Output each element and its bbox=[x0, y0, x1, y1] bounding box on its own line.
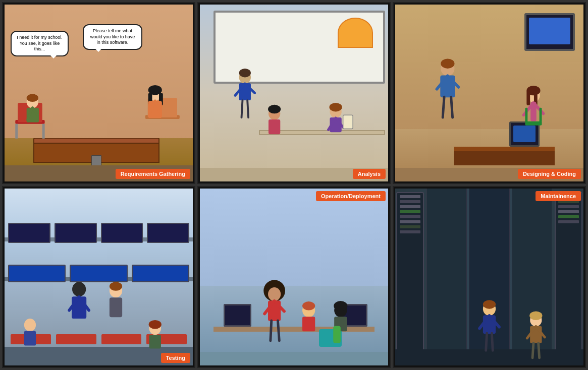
svg-point-64 bbox=[268, 287, 281, 301]
panel-4-characters bbox=[3, 187, 194, 367]
svg-point-26 bbox=[268, 105, 281, 113]
svg-rect-62 bbox=[149, 335, 161, 348]
svg-line-89 bbox=[532, 343, 533, 358]
svg-rect-33 bbox=[343, 115, 353, 129]
svg-point-74 bbox=[334, 301, 347, 311]
label-testing: Testing bbox=[161, 353, 190, 363]
svg-point-19 bbox=[239, 69, 251, 77]
svg-line-69 bbox=[278, 321, 279, 341]
panel-testing: Is it working on your side? This testing… bbox=[2, 186, 195, 368]
bubble-1-2: Please tell me what would you like to ha… bbox=[83, 24, 142, 50]
comic-grid: I need it for my school. You see, it goe… bbox=[0, 0, 588, 370]
panel-6-characters bbox=[394, 187, 585, 367]
svg-point-78 bbox=[483, 300, 496, 309]
svg-point-56 bbox=[110, 282, 122, 290]
svg-rect-76 bbox=[333, 326, 341, 343]
svg-point-85 bbox=[529, 312, 542, 320]
svg-rect-86 bbox=[530, 326, 542, 343]
bubble-1-1: I need it for my school. You see, it goe… bbox=[11, 31, 69, 56]
svg-rect-50 bbox=[540, 108, 542, 122]
label-designing-coding: Designing & Coding bbox=[518, 169, 581, 179]
svg-line-83 bbox=[492, 333, 493, 350]
svg-point-58 bbox=[24, 319, 36, 331]
svg-rect-59 bbox=[24, 331, 36, 345]
svg-rect-2 bbox=[15, 124, 18, 139]
panel-5-characters bbox=[198, 187, 390, 367]
label-maintenance: Maintainence bbox=[536, 191, 581, 201]
svg-point-71 bbox=[302, 301, 315, 310]
svg-point-51 bbox=[72, 282, 86, 296]
label-analysis: Analysis bbox=[353, 169, 386, 179]
svg-line-23 bbox=[242, 100, 243, 117]
svg-line-24 bbox=[247, 100, 248, 117]
svg-rect-27 bbox=[269, 119, 280, 134]
panel-designing-coding: Wanna go to lunch together? I'd love to,… bbox=[393, 2, 586, 184]
panel-requirements-gathering: I need it for my school. You see, it goe… bbox=[2, 2, 195, 184]
svg-rect-48 bbox=[525, 121, 542, 126]
svg-line-40 bbox=[451, 97, 453, 117]
svg-point-35 bbox=[441, 58, 454, 68]
panel-analysis: These are the things that the client sai… bbox=[197, 2, 391, 184]
panel-2-characters bbox=[198, 3, 390, 183]
svg-point-29 bbox=[329, 103, 342, 111]
svg-line-82 bbox=[486, 333, 487, 350]
panel-operation-deployment: Wanna check out the new application that… bbox=[197, 186, 391, 368]
svg-rect-43 bbox=[526, 91, 530, 105]
svg-rect-52 bbox=[72, 296, 86, 319]
label-operation-deployment: Operation/Deployment bbox=[316, 191, 386, 201]
panel-3-characters bbox=[394, 3, 585, 183]
svg-line-68 bbox=[271, 321, 272, 341]
svg-rect-3 bbox=[42, 124, 45, 139]
svg-rect-49 bbox=[525, 108, 527, 122]
svg-rect-20 bbox=[239, 83, 251, 100]
svg-rect-57 bbox=[110, 297, 122, 317]
svg-rect-72 bbox=[302, 317, 315, 331]
label-requirements-gathering: Requirements Gathering bbox=[116, 169, 190, 179]
panel-maintenance: Ma'am, I gotta say, your team using our … bbox=[393, 186, 586, 368]
svg-point-61 bbox=[149, 320, 162, 329]
svg-point-8 bbox=[27, 94, 38, 102]
svg-rect-36 bbox=[440, 76, 455, 98]
svg-line-90 bbox=[539, 343, 540, 358]
svg-line-39 bbox=[443, 97, 444, 117]
